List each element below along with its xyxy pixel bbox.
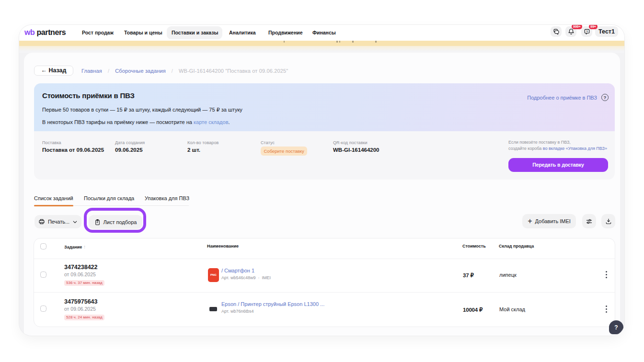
svg-text:?: ? [586, 30, 588, 33]
